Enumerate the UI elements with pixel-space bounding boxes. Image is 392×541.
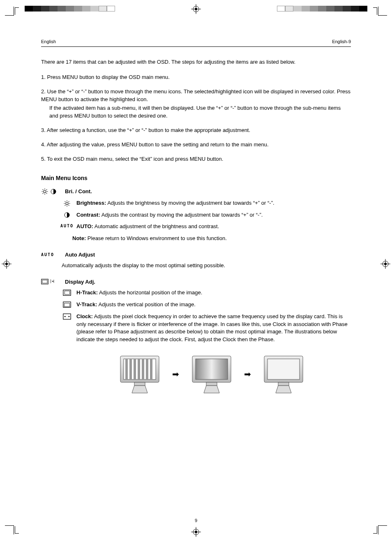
print-registration-bottom [0, 525, 392, 538]
item-desc: Automatic adjustment of the brightness a… [95, 223, 219, 229]
contrast-icon [50, 188, 57, 195]
svg-point-22 [66, 202, 68, 205]
menu-title: Bri. / Cont. [65, 188, 92, 194]
svg-rect-58 [206, 382, 217, 386]
svg-line-27 [65, 201, 66, 202]
htrack-icon [63, 289, 71, 296]
svg-rect-61 [278, 382, 289, 386]
svg-line-19 [43, 193, 44, 194]
svg-marker-43 [64, 316, 65, 317]
step-sub: If the activated item has a sub-menu, it… [49, 104, 351, 120]
svg-line-20 [46, 189, 47, 190]
monitor-stripes-icon [117, 354, 162, 395]
step-number: 2. [41, 88, 46, 95]
item-label: V-Track: [76, 301, 97, 307]
brightness-icon [41, 188, 48, 195]
crop-mark-inner [15, 7, 19, 15]
arrow-right-icon: ➡ [244, 369, 251, 379]
item-label: Contrast: [76, 212, 100, 218]
svg-rect-48 [125, 359, 128, 379]
svg-rect-40 [64, 303, 69, 306]
print-registration-top [0, 3, 392, 16]
item-desc: Adjusts the contrast by moving the adjus… [101, 212, 263, 218]
step-number: 4. [41, 141, 46, 148]
registration-target-icon [2, 259, 12, 269]
svg-rect-54 [150, 359, 152, 379]
display-icon [41, 279, 48, 284]
step-item: 4. After adjusting the value, press MENU… [41, 141, 351, 149]
svg-point-12 [44, 190, 46, 193]
svg-rect-60 [267, 359, 300, 379]
item-desc: Adjusts the vertical position of the ima… [99, 301, 196, 307]
step-text: To exit the OSD main menu, select the “E… [47, 156, 223, 162]
crop-mark-inner [373, 526, 377, 534]
svg-line-30 [69, 201, 69, 202]
menu-title: Auto Adjust [65, 252, 95, 258]
item-desc: Adjusts the pixel clock frequency in ord… [76, 313, 348, 343]
step-text: After adjusting the value, press MENU bu… [47, 141, 269, 148]
svg-rect-49 [129, 359, 132, 379]
item-label: H-Track: [76, 289, 98, 296]
contrast-icon [64, 212, 70, 218]
menu-brightness-contrast: Bri. / Cont. Brightness: Adjusts the bri… [41, 188, 351, 243]
auto-icon: AUTO [60, 223, 74, 229]
note-text: Please return to Windows environment to … [88, 235, 227, 241]
registration-target-icon [191, 4, 201, 14]
crop-mark [378, 3, 390, 16]
arrow-right-icon: ➡ [172, 369, 179, 379]
svg-marker-45 [69, 316, 70, 317]
intro-text: There are 17 items that can be adjusted … [41, 58, 351, 66]
header-right: English-9 [332, 39, 351, 44]
section-title: Main Menu Icons [41, 175, 351, 181]
svg-rect-38 [65, 291, 70, 294]
svg-line-28 [69, 205, 69, 206]
auto-icon: AUTO [41, 252, 54, 257]
menu-auto-adjust: AUTO Auto Adjust Automatically adjusts t… [41, 252, 351, 270]
vtrack-icon [63, 301, 71, 308]
step-item: 3. After selecting a function, use the “… [41, 127, 351, 134]
phase-nudge-icon [50, 279, 54, 284]
svg-line-18 [46, 193, 47, 194]
crop-mark [378, 525, 390, 538]
step-number: 1. [41, 74, 46, 80]
svg-rect-53 [146, 359, 148, 379]
note-label: Note: [72, 235, 86, 241]
svg-marker-35 [53, 281, 53, 282]
step-item: 5. To exit the OSD main menu, select the… [41, 155, 351, 163]
item-desc: Automatically adjusts the display to the… [62, 262, 351, 270]
menu-display-adjust: Display Adj. H-Track: Adjusts the horizo… [41, 279, 351, 395]
svg-line-29 [65, 205, 66, 206]
item-desc: Adjusts the brightness by moving the adj… [107, 200, 274, 206]
svg-rect-33 [42, 280, 47, 284]
grayscale-strip [25, 6, 115, 12]
step-number: 3. [41, 127, 46, 133]
crop-mark-inner [15, 526, 19, 534]
step-text: Use the “+” or “-” button to move throug… [41, 88, 350, 102]
registration-target-icon [380, 259, 390, 269]
svg-rect-55 [134, 382, 145, 386]
item-desc: Adjusts the horizontal position of the i… [99, 289, 202, 296]
svg-rect-51 [138, 359, 140, 379]
step-text: After selecting a function, use the “+” … [47, 127, 250, 133]
monitor-gradient-icon [189, 354, 234, 395]
svg-rect-50 [134, 359, 136, 379]
item-label: Brightness: [76, 200, 106, 206]
registration-target-icon [191, 527, 201, 537]
crop-mark [2, 525, 14, 538]
step-item: 2. Use the “+” or “-” button to move thr… [41, 88, 351, 120]
page-number: 9 [0, 518, 392, 523]
item-label: Clock: [76, 313, 93, 319]
crop-mark [2, 3, 14, 16]
header-left: English [41, 39, 56, 44]
svg-rect-57 [196, 359, 228, 379]
menu-title: Display Adj. [65, 279, 95, 285]
page-content: English English-9 There are 17 items tha… [41, 39, 351, 404]
step-number: 5. [41, 156, 46, 162]
clock-adjust-illustration: ➡ ➡ [72, 354, 351, 395]
svg-rect-52 [142, 359, 144, 379]
brightness-icon [63, 200, 71, 207]
clock-icon [63, 313, 71, 320]
svg-line-17 [43, 189, 44, 190]
crop-mark-inner [373, 7, 377, 15]
page-header: English English-9 [41, 39, 351, 47]
